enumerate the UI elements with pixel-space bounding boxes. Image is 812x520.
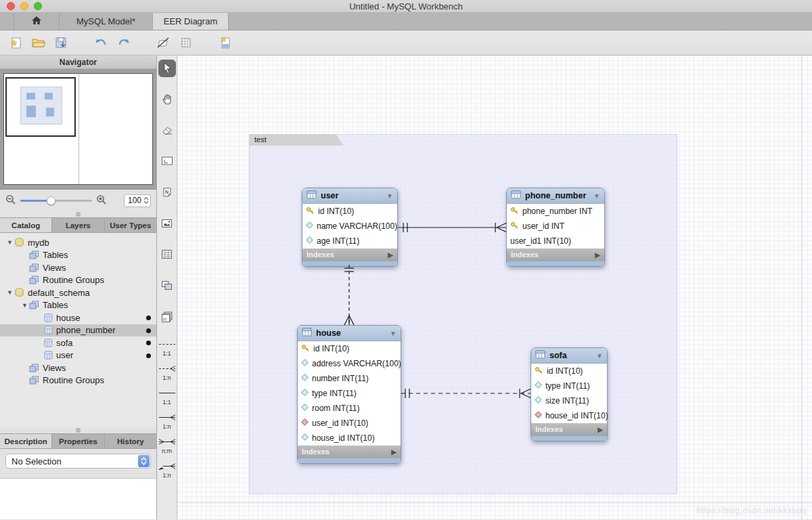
tab-eer-diagram[interactable]: EER Diagram — [153, 13, 229, 30]
table-column[interactable]: id INT(10) — [302, 204, 397, 219]
indexes-section[interactable]: Indexes▶ — [302, 248, 397, 261]
collapse-arrow-icon[interactable]: ▼ — [596, 352, 603, 360]
tool-view[interactable] — [158, 278, 176, 295]
table-column[interactable]: house_id INT(10) — [531, 408, 607, 423]
diagram-table-house[interactable]: house▼id INT(10)address VARCHAR(100)numb… — [297, 325, 401, 464]
zoom-value-field[interactable]: 100 — [124, 194, 151, 207]
column-definition: size INT(11) — [545, 396, 589, 406]
tree-item-views[interactable]: Views — [0, 261, 156, 274]
indexes-label: Indexes — [302, 448, 330, 456]
tool-table[interactable] — [158, 246, 176, 264]
tree-item-default-schema[interactable]: ▼default_schema — [0, 286, 156, 299]
layer-tab-label[interactable]: test — [249, 134, 344, 146]
table-column[interactable]: type INT(11) — [531, 378, 607, 393]
zoom-slider-thumb[interactable] — [47, 196, 55, 205]
tree-item-views[interactable]: Views — [0, 362, 156, 374]
tool-note[interactable]: N — [158, 184, 176, 202]
toggle-pen-mode-button[interactable] — [154, 34, 172, 51]
navigator-minimap[interactable] — [0, 69, 156, 190]
table-header[interactable]: sofa▼ — [531, 348, 607, 364]
tool-relationship-6-1-n[interactable]: 1:n — [158, 462, 177, 479]
key-icon — [306, 207, 315, 217]
tree-item-routine-groups[interactable]: Routine Groups — [0, 374, 156, 387]
tab-mysql-model[interactable]: MySQL Model* — [60, 13, 153, 30]
tool-relationship-3-1-1[interactable]: 1:1 — [158, 389, 177, 406]
relationship-tool-label: 1:1 — [162, 399, 171, 406]
tool-layer[interactable] — [158, 153, 176, 171]
disclosure-triangle-icon[interactable]: ▼ — [5, 239, 14, 246]
panel-splitter[interactable] — [0, 211, 156, 217]
open-model-button[interactable] — [30, 34, 47, 51]
table-column[interactable]: phone_number INT — [507, 204, 604, 219]
table-column[interactable]: name VARCHAR(100) — [302, 219, 397, 234]
diagram-table-sofa[interactable]: sofa▼id INT(10)type INT(11)size INT(11)h… — [531, 347, 608, 441]
diagram-table-user[interactable]: user▼id INT(10)name VARCHAR(100)age INT(… — [302, 188, 398, 267]
table-column[interactable]: number INT(11) — [298, 371, 401, 386]
tab-catalog[interactable]: Catalog — [0, 218, 52, 232]
tab-layers[interactable]: Layers — [52, 218, 104, 232]
tool-relationship-1-1-1[interactable]: 1:1 — [158, 340, 177, 357]
tool-relationship-5-n-m[interactable]: n:m — [158, 437, 177, 454]
collapse-arrow-icon[interactable]: ▼ — [386, 192, 393, 200]
table-column[interactable]: address VARCHAR(100) — [298, 356, 401, 371]
collapse-arrow-icon[interactable]: ▼ — [593, 192, 600, 200]
tool-eraser[interactable] — [158, 122, 176, 139]
zoom-out-icon[interactable] — [5, 194, 16, 207]
save-model-button[interactable] — [53, 34, 70, 51]
tree-item-routine-groups[interactable]: Routine Groups — [0, 274, 156, 287]
table-column[interactable]: age INT(11) — [302, 234, 397, 248]
description-editor[interactable] — [0, 478, 156, 519]
tree-item-tables[interactable]: ▼Tables — [0, 299, 156, 312]
panel-splitter[interactable] — [0, 427, 156, 433]
table-header[interactable]: phone_number▼ — [507, 188, 604, 204]
relationship-1-n-icon — [158, 462, 176, 473]
diagram-canvas[interactable]: test user▼id INT(10)name VARCHAR(100)age… — [177, 56, 812, 519]
tool-relationship-4-1-n[interactable]: 1:n — [158, 413, 177, 430]
disclosure-triangle-icon[interactable]: ▼ — [5, 289, 14, 296]
indexes-section[interactable]: Indexes▶ — [531, 423, 607, 435]
table-column[interactable]: room INT(11) — [298, 401, 401, 416]
table-column[interactable]: house_id INT(10) — [298, 431, 401, 446]
indexes-section[interactable]: Indexes▶ — [507, 248, 604, 261]
tree-item-tables[interactable]: Tables — [0, 249, 156, 262]
tree-item-user[interactable]: user — [0, 349, 156, 362]
tree-item-house[interactable]: house — [0, 311, 156, 324]
diagram-table-phone_number[interactable]: phone_number▼phone_number INTuser_id INT… — [506, 188, 605, 267]
new-page-button[interactable] — [217, 34, 234, 51]
toggle-grid-button[interactable] — [177, 34, 195, 51]
indexes-section[interactable]: Indexes▶ — [298, 446, 401, 458]
tool-relationship-2-1-n[interactable]: 1:n — [158, 364, 177, 381]
table-column[interactable]: user_id INT(10) — [298, 416, 401, 431]
zoom-stepper-icon[interactable] — [143, 196, 149, 204]
table-column[interactable]: id INT(10) — [298, 341, 401, 356]
collapse-arrow-icon[interactable]: ▼ — [390, 330, 397, 337]
zoom-in-icon[interactable] — [96, 194, 107, 207]
tab-home[interactable] — [14, 13, 60, 30]
zoom-slider[interactable] — [20, 196, 92, 205]
tool-hand[interactable] — [158, 91, 176, 108]
table-header[interactable]: house▼ — [298, 326, 401, 341]
tool-pointer[interactable] — [158, 60, 176, 77]
tab-properties[interactable]: Properties — [52, 434, 104, 448]
tree-item-phone-number[interactable]: phone_number — [0, 324, 156, 337]
table-column[interactable]: size INT(11) — [531, 393, 607, 408]
tool-image[interactable] — [158, 215, 176, 233]
tree-item-sofa[interactable]: sofa — [0, 337, 156, 349]
new-model-button[interactable] — [7, 34, 24, 51]
tool-routine-group[interactable] — [158, 309, 176, 326]
table-column[interactable]: id INT(10) — [531, 364, 607, 378]
tab-description[interactable]: Description — [0, 434, 52, 448]
tab-history[interactable]: History — [105, 434, 156, 448]
dropdown-stepper-icon[interactable] — [138, 455, 150, 467]
tab-user-types[interactable]: User Types — [105, 218, 156, 232]
redo-button[interactable] — [115, 34, 133, 51]
disclosure-triangle-icon[interactable]: ▼ — [20, 302, 29, 309]
undo-button[interactable] — [92, 34, 110, 51]
table-column[interactable]: user_id1 INT(10) — [507, 234, 604, 248]
tree-item-mydb[interactable]: ▼mydb — [0, 236, 156, 249]
table-column[interactable]: user_id INT — [507, 219, 604, 234]
table-header[interactable]: user▼ — [302, 188, 397, 204]
key-icon — [510, 221, 519, 232]
selection-dropdown[interactable]: No Selection — [5, 454, 151, 469]
table-column[interactable]: type INT(11) — [298, 386, 401, 401]
